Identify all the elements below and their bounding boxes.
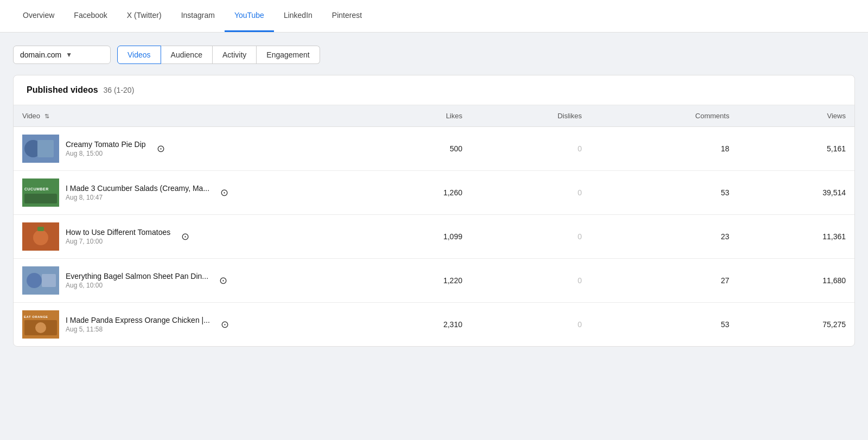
video-title: How to Use Different Tomatoes	[66, 228, 170, 237]
video-thumbnail	[22, 266, 59, 295]
video-dislikes: 0	[471, 127, 590, 171]
col-header-likes: Likes	[367, 105, 471, 127]
table-row: EAT ORANGE I Made Panda Express Orange C…	[14, 303, 854, 347]
domain-label: domain.com	[20, 50, 61, 59]
col-header-video: Video ⇅	[14, 105, 367, 127]
play-icon[interactable]: ⊙	[157, 143, 165, 155]
tab-activity[interactable]: Activity	[213, 46, 257, 64]
card-title: Published videos	[27, 85, 98, 94]
video-likes: 500	[367, 127, 471, 171]
domain-selector[interactable]: domain.com ▼	[13, 46, 111, 64]
video-comments: 23	[590, 215, 738, 259]
play-icon[interactable]: ⊙	[220, 187, 228, 199]
table-header-row: Video ⇅ Likes Dislikes Comments Views	[14, 105, 854, 127]
table-row: Creamy Tomato Pie Dip Aug 8, 15:00 ⊙ 500…	[14, 127, 854, 171]
video-cell-3: How to Use Different Tomatoes Aug 7, 10:…	[14, 215, 367, 259]
sort-icon[interactable]: ⇅	[44, 113, 49, 120]
video-thumbnail	[22, 222, 59, 251]
svg-rect-2	[37, 140, 54, 157]
col-header-dislikes: Dislikes	[471, 105, 590, 127]
svg-point-15	[35, 322, 46, 333]
table-row: CUCUMBER I Made 3 Cucumber Salads (Cream…	[14, 171, 854, 215]
play-icon[interactable]: ⊙	[219, 275, 227, 286]
video-info: I Made Panda Express Orange Chicken |...…	[66, 316, 210, 333]
video-comments: 27	[590, 259, 738, 303]
nav-instagram[interactable]: Instagram	[171, 0, 225, 32]
video-date: Aug 7, 10:00	[66, 238, 170, 245]
nav-linkedin[interactable]: LinkedIn	[274, 0, 322, 32]
video-cell-4: Everything Bagel Salmon Sheet Pan Din...…	[14, 259, 367, 303]
tab-engagement[interactable]: Engagement	[257, 46, 320, 64]
filter-row: domain.com ▼ Videos Audience Activity En…	[13, 46, 855, 64]
video-comments: 53	[590, 171, 738, 215]
top-nav: Overview Facebook X (Twitter) Instagram …	[0, 0, 868, 33]
video-likes: 1,260	[367, 171, 471, 215]
video-views: 5,161	[738, 127, 854, 171]
video-title: Creamy Tomato Pie Dip	[66, 140, 146, 149]
videos-table: Video ⇅ Likes Dislikes Comments Views	[14, 105, 854, 346]
video-info: Creamy Tomato Pie Dip Aug 8, 15:00	[66, 140, 146, 157]
published-videos-card: Published videos 36 (1-20) Video ⇅ Likes…	[13, 75, 855, 347]
video-views: 11,680	[738, 259, 854, 303]
video-title: I Made Panda Express Orange Chicken |...	[66, 316, 210, 324]
svg-point-10	[27, 273, 42, 288]
video-date: Aug 8, 10:47	[66, 194, 209, 201]
svg-text:EAT ORANGE: EAT ORANGE	[24, 315, 48, 318]
video-thumbnail: CUCUMBER	[22, 178, 59, 207]
video-thumbnail: EAT ORANGE	[22, 310, 59, 339]
video-views: 11,361	[738, 215, 854, 259]
video-dislikes: 0	[471, 303, 590, 347]
video-comments: 53	[590, 303, 738, 347]
video-info: Everything Bagel Salmon Sheet Pan Din...…	[66, 272, 208, 289]
svg-point-7	[33, 230, 48, 245]
table-row: Everything Bagel Salmon Sheet Pan Din...…	[14, 259, 854, 303]
video-likes: 1,099	[367, 215, 471, 259]
nav-twitter[interactable]: X (Twitter)	[117, 0, 171, 32]
video-info: I Made 3 Cucumber Salads (Creamy, Ma... …	[66, 184, 209, 201]
video-dislikes: 0	[471, 171, 590, 215]
tab-audience[interactable]: Audience	[161, 46, 213, 64]
nav-pinterest[interactable]: Pinterest	[322, 0, 372, 32]
video-date: Aug 5, 11:58	[66, 326, 210, 333]
video-views: 39,514	[738, 171, 854, 215]
col-header-views: Views	[738, 105, 854, 127]
svg-rect-8	[37, 227, 44, 231]
col-header-comments: Comments	[590, 105, 738, 127]
video-dislikes: 0	[471, 215, 590, 259]
nav-overview[interactable]: Overview	[13, 0, 64, 32]
nav-youtube[interactable]: YouTube	[225, 0, 274, 32]
svg-rect-11	[42, 274, 56, 287]
video-likes: 2,310	[367, 303, 471, 347]
chevron-down-icon: ▼	[66, 51, 72, 59]
video-likes: 1,220	[367, 259, 471, 303]
video-date: Aug 8, 15:00	[66, 150, 146, 157]
svg-text:CUCUMBER: CUCUMBER	[24, 187, 49, 191]
video-thumbnail	[22, 135, 59, 163]
svg-rect-5	[24, 194, 57, 203]
tab-videos[interactable]: Videos	[117, 46, 161, 64]
video-title: I Made 3 Cucumber Salads (Creamy, Ma...	[66, 184, 209, 193]
tab-buttons: Videos Audience Activity Engagement	[117, 46, 320, 64]
play-icon[interactable]: ⊙	[221, 318, 229, 330]
video-comments: 18	[590, 127, 738, 171]
video-cell-5: EAT ORANGE I Made Panda Express Orange C…	[14, 303, 367, 347]
card-title-count: 36 (1-20)	[103, 86, 134, 94]
video-title: Everything Bagel Salmon Sheet Pan Din...	[66, 272, 208, 280]
video-cell-1: Creamy Tomato Pie Dip Aug 8, 15:00 ⊙	[14, 127, 367, 171]
video-dislikes: 0	[471, 259, 590, 303]
video-views: 75,275	[738, 303, 854, 347]
video-info: How to Use Different Tomatoes Aug 7, 10:…	[66, 228, 170, 245]
nav-facebook[interactable]: Facebook	[64, 0, 117, 32]
play-icon[interactable]: ⊙	[181, 231, 189, 243]
video-date: Aug 6, 10:00	[66, 282, 208, 289]
video-cell-2: CUCUMBER I Made 3 Cucumber Salads (Cream…	[14, 171, 367, 215]
main-content: domain.com ▼ Videos Audience Activity En…	[0, 33, 868, 360]
card-header: Published videos 36 (1-20)	[14, 75, 854, 105]
table-row: How to Use Different Tomatoes Aug 7, 10:…	[14, 215, 854, 259]
